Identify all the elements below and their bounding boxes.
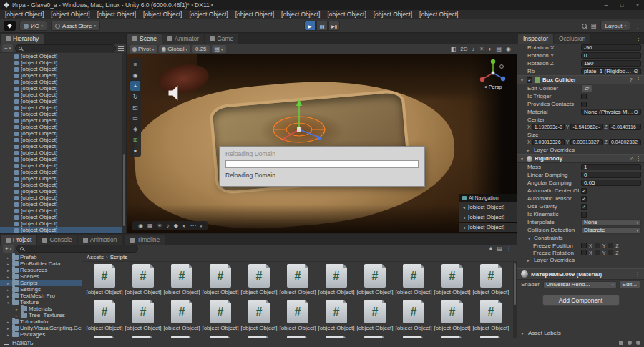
menu-item[interactable]: [object Object] <box>416 10 462 19</box>
layers-icon[interactable]: ▤ <box>591 23 597 29</box>
step-button[interactable]: ▶▮ <box>328 21 340 31</box>
asset-item[interactable]: # [object Object] <box>394 299 433 335</box>
scene-view-tab[interactable]: Game <box>205 34 238 44</box>
hierarchy-item[interactable]: [object Object] <box>0 188 126 195</box>
hierarchy-item[interactable]: [object Object] <box>0 162 126 169</box>
interpolate-dropdown[interactable]: None ▾ <box>581 219 641 226</box>
foldout-arrow[interactable]: ▸ <box>7 288 11 292</box>
asset-item[interactable]: # [object Object] <box>85 299 124 335</box>
foldout-arrow[interactable]: ▸ <box>16 307 19 311</box>
asset-item[interactable]: # [object Object] <box>162 299 201 335</box>
use-gravity-checkbox[interactable]: ✓ <box>581 204 587 210</box>
asset-item[interactable]: # [object Object] <box>201 299 240 335</box>
asset-item[interactable]: # [object Object] <box>240 263 278 299</box>
foldout-arrow[interactable]: ▸ <box>7 320 11 324</box>
size-x-field[interactable]: 0.03013326 <box>532 139 565 145</box>
folder-tree-item[interactable]: ▾ Texture <box>0 299 82 306</box>
hierarchy-item[interactable]: [object Object] <box>0 130 126 137</box>
asset-item[interactable]: # [object Object] <box>278 299 317 335</box>
tool-handle-pivot-dropdown[interactable]: Pivot ▾ <box>130 45 157 53</box>
asset-item[interactable]: # [object Object] <box>317 335 356 338</box>
asset-item[interactable]: # [object Object] <box>162 335 201 338</box>
is-trigger-checkbox[interactable] <box>581 94 587 99</box>
hierarchy-item[interactable]: [object Object] <box>0 169 126 175</box>
angular-damping-field[interactable]: 0.05 <box>581 180 641 186</box>
scene-option-icon[interactable]: ♪ <box>472 47 474 52</box>
size-z-field[interactable]: 0.04802332 <box>609 139 641 145</box>
asset-item[interactable]: # [object Object] <box>201 335 240 338</box>
project-scrollbar[interactable] <box>513 262 517 338</box>
viewport-tool-icon[interactable]: ☀ <box>157 223 162 229</box>
provides-contacts-checkbox[interactable] <box>581 102 587 107</box>
asset-item[interactable]: # [object Object] <box>472 299 510 335</box>
hierarchy-item[interactable]: [object Object] <box>0 72 126 79</box>
freeze-position-x-checkbox[interactable] <box>581 243 587 248</box>
scene-tool-button[interactable]: ◈ <box>130 124 141 134</box>
folder-tree-item[interactable]: ▸ Packages <box>0 331 82 338</box>
play-button[interactable]: ▶ <box>304 21 316 31</box>
tab-timeline[interactable]: Timeline <box>125 235 165 245</box>
unity-logo[interactable] <box>4 21 16 31</box>
collision-detection-dropdown[interactable]: Discrete ▾ <box>581 227 641 234</box>
scene-tool-button[interactable]: ↻ <box>130 92 141 102</box>
foldout-arrow[interactable]: ▸ <box>16 313 19 318</box>
scene-option-icon[interactable]: ▤ <box>496 47 502 52</box>
asset-item[interactable]: # [object Object] <box>472 263 510 299</box>
scene-tool-button[interactable]: ◱ <box>130 102 141 112</box>
asset-item[interactable]: # [object Object] <box>356 299 394 335</box>
object-picker-icon[interactable]: ⊙ <box>633 109 638 115</box>
hierarchy-item[interactable]: [object Object] <box>0 150 126 156</box>
hierarchy-item[interactable]: [object Object] <box>0 220 126 227</box>
hierarchy-search-input[interactable] <box>15 44 116 52</box>
object-picker-icon[interactable]: ⊙ <box>633 68 638 74</box>
hierarchy-item[interactable]: [object Object] <box>0 201 126 207</box>
view-options-icon[interactable]: ▤ <box>497 245 502 252</box>
hierarchy-item[interactable]: [object Object] <box>0 104 126 111</box>
chevron-down-icon[interactable]: ▾ <box>200 224 203 228</box>
center-y-field[interactable]: -1.541962e- <box>570 124 602 130</box>
component-enabled-checkbox[interactable]: ✓ <box>527 77 532 83</box>
scene-option-icon[interactable]: ◐ <box>489 47 492 52</box>
foldout-arrow[interactable]: ▸ <box>7 262 11 266</box>
scene-option-icon[interactable]: 2D <box>460 47 467 52</box>
add-component-button[interactable]: Add Component <box>542 295 620 306</box>
search-icon[interactable] <box>582 24 587 29</box>
collapse-icon[interactable]: ◂ <box>463 205 465 210</box>
viewport-tool-icon[interactable]: ▦ <box>147 223 153 229</box>
rigidbody-layer-overrides-row[interactable]: ▸ Layer Overrides <box>517 256 644 264</box>
more-options-icon[interactable]: ⋮ <box>635 35 641 41</box>
hierarchy-item[interactable]: [object Object] <box>0 175 126 182</box>
scene-tool-button[interactable]: ▭ <box>130 113 141 123</box>
freeze-rotation-z-checkbox[interactable] <box>608 250 613 255</box>
pause-button[interactable]: ▮▮ <box>316 21 328 31</box>
hierarchy-item[interactable]: [object Object] <box>0 59 126 66</box>
more-options-icon[interactable]: ⋮ <box>635 77 641 83</box>
scene-tool-button[interactable]: ⊞ <box>130 135 141 145</box>
asset-item[interactable]: # [object Object] <box>356 335 394 338</box>
account-dropdown[interactable]: ИС ▾ <box>19 21 47 31</box>
camera-projection-label[interactable]: < Persp <box>477 84 509 89</box>
asset-item[interactable]: # [object Object] <box>433 299 472 335</box>
hierarchy-item[interactable]: [object Object] <box>0 156 126 162</box>
hierarchy-item[interactable]: [object Object] <box>0 98 126 104</box>
physics-material-field[interactable]: None (Physics Material) ⊙ <box>581 109 641 115</box>
collab-status-icon[interactable] <box>636 341 640 345</box>
asset-item[interactable]: # [object Object] <box>85 263 124 299</box>
tool-handle-rotation-dropdown[interactable]: Global ▾ <box>159 45 190 53</box>
menu-item[interactable]: [object Object] <box>185 10 231 19</box>
linear-damping-field[interactable]: 0 <box>581 172 641 178</box>
hierarchy-item[interactable]: [object Object] <box>0 117 126 124</box>
asset-labels-section[interactable]: ▸ Asset Labels <box>517 328 644 338</box>
hierarchy-item[interactable]: [object Object] <box>0 227 126 233</box>
hierarchy-item[interactable]: [object Object] <box>0 92 126 98</box>
rigidbody-header[interactable]: ▼ Rigidbody ? ⋮ <box>517 154 644 163</box>
hierarchy-scrollbar[interactable] <box>122 53 126 233</box>
menu-item[interactable]: [object Object] <box>47 10 93 19</box>
foldout-arrow[interactable]: ▸ <box>7 326 11 331</box>
filter-icon[interactable] <box>118 46 124 51</box>
foldout-open-icon[interactable]: ▼ <box>520 78 525 82</box>
foldout-closed-icon[interactable]: ▸ <box>527 148 532 152</box>
background-tasks-icon[interactable] <box>619 341 623 345</box>
asset-item[interactable]: # [object Object] <box>124 263 162 299</box>
console-message-icon[interactable] <box>4 341 9 345</box>
